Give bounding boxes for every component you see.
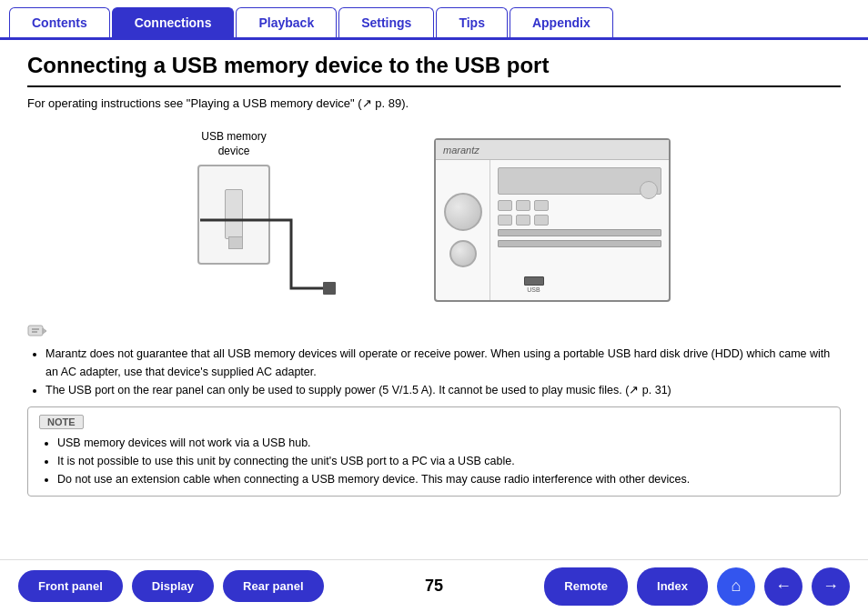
tab-contents[interactable]: Contents bbox=[9, 7, 110, 37]
device-btn-3 bbox=[534, 200, 549, 211]
note-item-1: Marantz does not guarantee that all USB … bbox=[45, 345, 841, 381]
note-box: NOTE USB memory devices will not work vi… bbox=[27, 406, 841, 497]
usb-device-label: USB memorydevice bbox=[201, 130, 266, 158]
usb-connector bbox=[323, 282, 336, 295]
pencil-icon bbox=[27, 323, 47, 339]
device-btn-2 bbox=[516, 200, 530, 211]
device-usb-port bbox=[524, 276, 544, 286]
home-button[interactable]: ⌂ bbox=[717, 567, 755, 606]
remote-button[interactable]: Remote bbox=[544, 567, 628, 606]
bottom-navigation: Front panel Display Rear panel 75 Remote… bbox=[0, 559, 868, 612]
device-slot-2 bbox=[498, 240, 661, 247]
usb-port-label: USB bbox=[527, 286, 540, 293]
tab-tips[interactable]: Tips bbox=[436, 7, 508, 37]
back-button[interactable]: ← bbox=[764, 567, 802, 606]
navigation-tabs: Contents Connections Playback Settings T… bbox=[0, 7, 868, 40]
note-items-list: USB memory devices will not work via a U… bbox=[39, 434, 829, 488]
device-btn-6 bbox=[534, 215, 549, 226]
device-body bbox=[436, 160, 669, 300]
device-left-panel bbox=[436, 160, 490, 300]
device-display-screen bbox=[498, 167, 661, 195]
device-side-knob bbox=[640, 181, 658, 199]
page-title: Connecting a USB memory device to the US… bbox=[27, 53, 841, 87]
device-btn-5 bbox=[516, 215, 530, 226]
device-button-row-2 bbox=[498, 215, 661, 226]
audio-device-illustration: marantz bbox=[434, 138, 671, 302]
device-brand-bar: marantz bbox=[436, 140, 669, 160]
tab-appendix[interactable]: Appendix bbox=[510, 7, 613, 37]
intro-text: For operating instructions see "Playing … bbox=[27, 96, 841, 110]
bottom-nav-right: Remote Index ⌂ ← → bbox=[544, 567, 850, 606]
svg-rect-0 bbox=[28, 326, 43, 336]
rear-panel-button[interactable]: Rear panel bbox=[223, 570, 323, 602]
device-button-row-1 bbox=[498, 200, 661, 211]
device-small-knob bbox=[449, 240, 477, 267]
note-box-item-2: It is not possible to use this unit by c… bbox=[57, 452, 829, 470]
note-box-item-3: Do not use an extension cable when conne… bbox=[57, 470, 829, 488]
note-item-2: The USB port on the rear panel can only … bbox=[45, 381, 841, 399]
tab-settings[interactable]: Settings bbox=[338, 7, 434, 37]
connection-diagram: USB memorydevice marantz bbox=[27, 125, 841, 306]
device-btn-4 bbox=[498, 215, 512, 226]
bottom-nav-left: Front panel Display Rear panel bbox=[18, 570, 324, 602]
page-number: 75 bbox=[425, 577, 443, 596]
device-slot-1 bbox=[498, 229, 661, 236]
tab-connections[interactable]: Connections bbox=[112, 7, 235, 37]
index-button[interactable]: Index bbox=[637, 567, 708, 606]
note-box-label: NOTE bbox=[39, 415, 84, 429]
forward-button[interactable]: → bbox=[812, 567, 850, 606]
device-large-knob bbox=[444, 193, 482, 231]
front-panel-button[interactable]: Front panel bbox=[18, 570, 123, 602]
brand-name: marantz bbox=[443, 145, 479, 156]
display-button[interactable]: Display bbox=[132, 570, 214, 602]
main-content: Connecting a USB memory device to the US… bbox=[0, 40, 868, 515]
svg-marker-1 bbox=[43, 328, 46, 334]
notes-section: Marantz does not guarantee that all USB … bbox=[27, 323, 841, 497]
tab-playback[interactable]: Playback bbox=[236, 7, 337, 37]
note-box-item-1: USB memory devices will not work via a U… bbox=[57, 434, 829, 452]
notes-list: Marantz does not guarantee that all USB … bbox=[27, 345, 841, 399]
cable-svg bbox=[182, 179, 391, 306]
device-btn-1 bbox=[498, 200, 512, 211]
device-right-panel bbox=[490, 160, 669, 300]
